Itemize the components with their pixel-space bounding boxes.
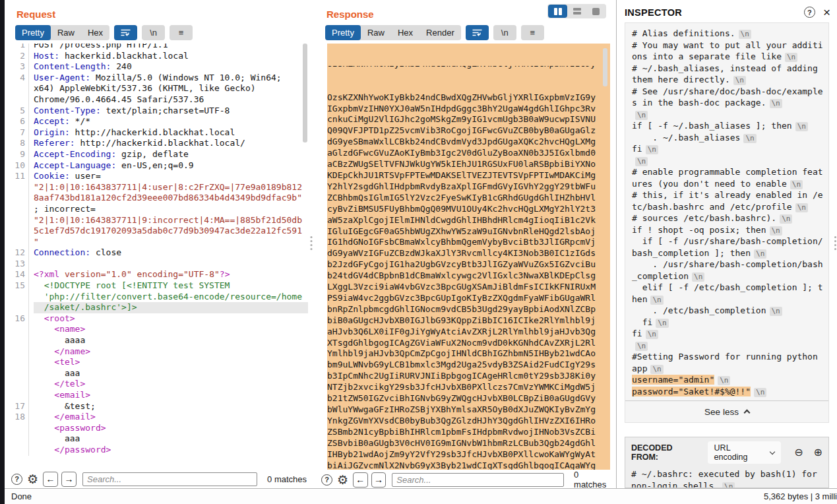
base64-line: b3IpCmNhc2UgIiRURVJNIiBpbgogICAgeHRlcm0t… [327,371,610,382]
tab-raw[interactable]: Raw [361,25,391,40]
request-code-line: 3Content-Length: 240 [11,61,308,73]
request-scrollbar[interactable] [303,44,307,469]
base64-line: IGxpbmVzIHN0YXJ0aW5nIHdpdGggc3BhY2UgaW4g… [327,104,610,115]
base64-line: bnRpZnlpbmcgdGhlIGNocm9vdCB5b3Ugd29yayBp… [327,304,610,315]
newline-token: \n [635,157,648,166]
status-bar: Done 5,362 bytes | 3 milli [5,488,837,504]
base64-line: b21tZW50IGZvciBhIGNvbG9yZWQgcHJvbXB0LCBp… [327,393,610,404]
gear-icon[interactable]: ⚙ [337,474,348,486]
rows-icon [573,8,581,15]
newline-token: \n [656,319,668,328]
search-next-button[interactable]: → [371,472,387,488]
wrap-lines-button[interactable] [466,25,489,40]
request-code-line: 18 </email> [11,412,308,423]
request-code-line: <name> [11,324,308,335]
search-prev-button[interactable]: ← [353,472,368,488]
decoded-text-line: fi\n [632,328,824,340]
help-icon[interactable]: ? [321,474,332,486]
decoded-text-line: # See /usr/share/doc/bash-doc/examples i… [632,86,824,109]
request-code-line: 2Host: hackerkid.blackhat.local [11,51,308,62]
base64-line: dG9yaWVzIGFuZCBzdWJkaXJlY3Rvcmllcy4KI3No… [327,248,610,259]
base64-line: IHByb21wdAojZm9yY2VfY29sb3JfcHJvbXB0PXll… [327,449,610,460]
response-scrollbar[interactable] [603,48,607,474]
newline-token: \n [770,99,782,108]
base64-line: PS9iaW4vc2ggbGVzc3BpcGUpIgoKIyBzZXQgdmFy… [327,293,610,304]
see-less-label: See less [704,407,739,417]
tab-pretty[interactable]: Pretty [15,25,51,40]
inspector-decoded-view: # Alias definitions.\n# You may want to … [625,22,829,423]
request-code-line: 13 [11,259,308,270]
response-search-input[interactable] [392,473,564,487]
decoded-text-line: #Setting Password for running python app… [632,351,824,374]
tab-raw[interactable]: Raw [51,25,81,40]
encoding-dropdown[interactable]: URL encoding [708,441,782,464]
newline-token: \n [646,330,658,339]
request-code-line: 'php://filter/convert.base64-encode/reso… [11,292,308,303]
help-icon[interactable]: ? [804,7,815,18]
layout-columns-button[interactable] [548,5,567,18]
encoding-value: URL encoding [714,443,766,462]
newline-token: \n [635,342,648,351]
request-title: Request [16,9,308,20]
search-next-button[interactable]: → [61,472,77,487]
request-search-input[interactable] [82,472,257,486]
request-code-line: 11Cookie: user= [11,171,308,182]
expand-icon[interactable]: ⊕ [814,447,822,458]
help-icon[interactable]: ? [11,474,22,485]
drag-handle-icon[interactable] [834,236,836,250]
wrap-lines-button[interactable] [114,25,137,40]
show-newlines-button[interactable]: \n [493,25,516,40]
decoded-text-line: \n [632,109,824,121]
menu-button[interactable]: ≡ [170,25,193,40]
response-body-base64[interactable]: OzsKZXNhYwoKIyBkb24ndCBwdXQgZHVwbGljYXRl… [327,44,610,470]
base64-line: ZCBhbmQsIGlmIG5lY2Vzc2FyeSwKIyB1cGRhdGUg… [327,193,610,204]
show-newlines-button[interactable]: \n [142,25,165,40]
inspector-content[interactable]: # Alias definitions.\n# You may want to … [625,23,828,400]
status-text: Done [11,491,32,501]
decoded-text-line: . ~/.bash_aliases\n [632,132,824,144]
request-response-divider[interactable] [308,0,315,488]
collapse-icon[interactable]: ⊖ [794,447,803,458]
newline-token: \n [635,111,648,120]
newline-token: \n [650,365,663,374]
base64-line: bm9uLWNvbG9yLCB1bmxlc3Mgd2Uga25vdyB3ZSAi… [327,360,610,371]
base64-line: KDEpCkhJU1RTSVpFPTEwMDAKSElTVEZJTEVTSVpF… [327,170,610,181]
see-less-button[interactable]: See less [625,400,828,422]
tab-pretty[interactable]: Pretty [325,25,361,40]
wrap-lines-icon [120,28,131,37]
newline-token: \n [795,203,808,212]
request-code-line: ; incorrect= [11,204,308,215]
tab-hex[interactable]: Hex [391,25,419,40]
request-code-line: aaaa [11,335,308,346]
clipped-line: OzsKZXNhYwoKIyBkb24ndCBwdXQgZHVwbGljYXRl… [327,66,610,70]
newline-token: \n [650,296,663,305]
request-code-line: " [11,237,308,248]
base64-line: b2JzdGFyCgojIG1ha2UgbGVzcyBtb3JlIGZyaWVu… [327,259,610,270]
gear-icon[interactable]: ⚙ [27,473,38,486]
base64-line: Ymlhbl9jaHJvb3QpCmZpCgojIHNldCBhIGZhbmN5… [327,348,610,360]
request-code-line: /saket/.bashrc'>]> [11,302,308,313]
request-code-line: "2|1:0|10:1643837711|9:incorrect|4:MA==|… [11,215,308,226]
base64-line: biB0aGUgcHJvbXB0IGJlbG93KQppZiBbIC16ICIk… [327,315,610,327]
request-editor[interactable]: 1POST /process.php HTTP/1.12Host: hacker… [11,44,308,469]
request-code-line: "2|1:0|10:1643837711|4:user|8:c2FrZXQ=|7… [11,182,308,193]
search-prev-button[interactable]: ← [43,472,58,487]
decoded-text-line: if ! shopt -oq posix; then\n [632,224,824,236]
newline-token: \n [754,249,766,259]
decoded-text-line: . /etc/bash_completion\n [632,305,824,317]
menu-button[interactable]: ≡ [521,25,544,40]
tab-render[interactable]: Render [419,25,461,40]
base64-line: cyBvZiBMSU5FUyBhbmQgQ09MVU1OUy4Kc2hvcHQg… [327,204,610,215]
tab-hex[interactable]: Hex [81,25,109,40]
base64-line: LXggL3Vzci9iaW4vbGVzc3BpcGUgXSAmJiBldmFs… [327,282,610,293]
request-code-line: 5Content-Type: text/plain;charset=UTF-8 [11,106,308,117]
newline-token: \n [739,30,751,39]
newline-token: \n [770,226,782,236]
layout-single-button[interactable] [586,5,605,18]
layout-rows-button[interactable] [567,5,586,18]
base64-line: ZSBvbiB0aGUgb3V0cHV0IG9mIGNvbW1hbmRzLCBu… [327,438,610,449]
request-code-line: 4User-Agent: Mozilla/5.0 (Windows NT 10.… [11,73,308,84]
decoded-from-content[interactable]: # ~/.bashrc: executed by bash(1) for non… [625,466,828,488]
request-search-bar: ? ⚙ ← → 0 matches [11,470,308,488]
close-icon[interactable]: × [823,6,830,18]
